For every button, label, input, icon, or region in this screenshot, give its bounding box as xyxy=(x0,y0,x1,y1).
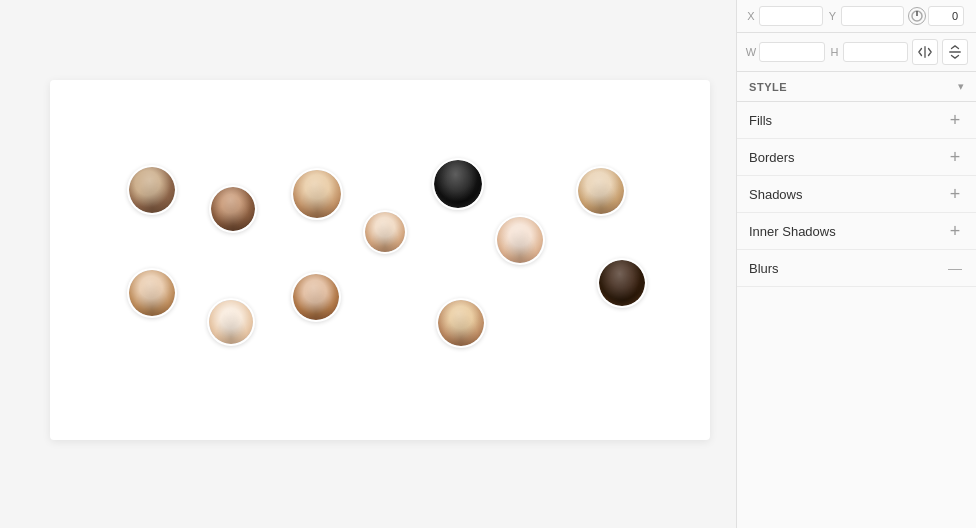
inner-shadows-add-icon[interactable]: + xyxy=(946,222,964,240)
blurs-minus-icon[interactable]: — xyxy=(946,259,964,277)
angle-input[interactable] xyxy=(928,6,964,26)
fills-add-icon[interactable]: + xyxy=(946,111,964,129)
angle-icon xyxy=(908,7,926,25)
w-label: W xyxy=(745,46,757,58)
right-panel: X Y W H xyxy=(736,0,976,528)
x-input[interactable] xyxy=(759,6,823,26)
avatar-2 xyxy=(209,185,257,233)
angle-input-group xyxy=(908,6,968,26)
canvas xyxy=(0,0,736,528)
style-section-header[interactable]: STYLE ▾ xyxy=(737,72,976,102)
fills-label: Fills xyxy=(749,113,772,128)
borders-label: Borders xyxy=(749,150,795,165)
blurs-label: Blurs xyxy=(749,261,779,276)
style-row-shadows[interactable]: Shadows + xyxy=(737,176,976,213)
borders-add-icon[interactable]: + xyxy=(946,148,964,166)
avatar-10 xyxy=(207,298,255,346)
avatar-11 xyxy=(291,272,341,322)
avatar-12 xyxy=(436,298,486,348)
avatar-6 xyxy=(576,166,626,216)
shadows-label: Shadows xyxy=(749,187,802,202)
flip-horizontal-button[interactable] xyxy=(912,39,938,65)
style-chevron-icon: ▾ xyxy=(958,80,964,93)
w-input[interactable] xyxy=(759,42,825,62)
avatar-7 xyxy=(495,215,545,265)
avatar-5 xyxy=(363,210,407,254)
h-input[interactable] xyxy=(843,42,909,62)
shadows-add-icon[interactable]: + xyxy=(946,185,964,203)
avatar-4 xyxy=(432,158,484,210)
style-row-inner-shadows[interactable]: Inner Shadows + xyxy=(737,213,976,250)
w-input-group: W xyxy=(745,42,825,62)
style-row-fills[interactable]: Fills + xyxy=(737,102,976,139)
style-row-borders[interactable]: Borders + xyxy=(737,139,976,176)
h-input-group: H xyxy=(829,42,909,62)
coord-row-1: X Y xyxy=(737,0,976,33)
y-label: Y xyxy=(827,10,839,22)
flip-vertical-button[interactable] xyxy=(942,39,968,65)
x-label: X xyxy=(745,10,757,22)
x-input-group: X xyxy=(745,6,823,26)
avatar-8 xyxy=(127,268,177,318)
y-input[interactable] xyxy=(841,6,905,26)
avatar-9 xyxy=(597,258,647,308)
style-row-blurs[interactable]: Blurs — xyxy=(737,250,976,287)
avatar-1 xyxy=(127,165,177,215)
inner-shadows-label: Inner Shadows xyxy=(749,224,836,239)
avatar-3 xyxy=(291,168,343,220)
style-label: STYLE xyxy=(749,81,787,93)
h-label: H xyxy=(829,46,841,58)
coord-row-2: W H xyxy=(737,33,976,72)
y-input-group: Y xyxy=(827,6,905,26)
